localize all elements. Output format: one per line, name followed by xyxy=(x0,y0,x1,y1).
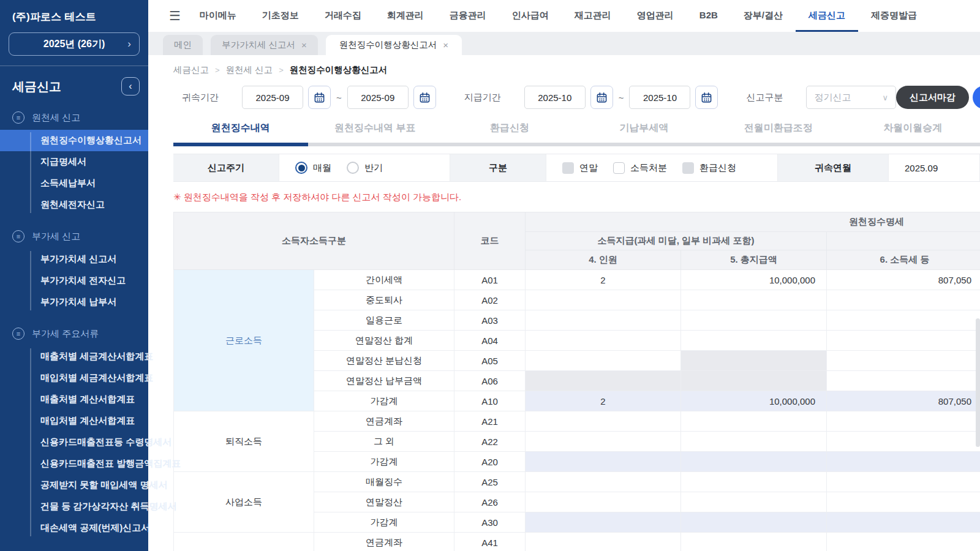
subtab-withholding-annex[interactable]: 원천징수내역 부표 xyxy=(308,122,443,143)
nav-certificates[interactable]: 제증명발급 xyxy=(858,0,930,32)
tab-main[interactable]: 메인 xyxy=(163,35,203,55)
cell-tax[interactable] xyxy=(827,533,980,551)
calendar-icon[interactable] xyxy=(590,86,613,109)
subtab-next-month-carryover[interactable]: 차월이월승계 xyxy=(846,122,980,143)
cell-total[interactable] xyxy=(681,290,827,310)
checkbox-yearend[interactable] xyxy=(562,162,574,174)
cell-total[interactable] xyxy=(681,492,827,512)
sidebar-item-income-tax-payment[interactable]: 소득세납부서 xyxy=(0,173,148,194)
sidebar-item-nondeductible-vat[interactable]: 공제받지 못할 매입세액 명세서 xyxy=(0,474,148,496)
cell-tax[interactable] xyxy=(827,472,980,492)
sidebar-section-title[interactable]: ≡ 부가세 신고 xyxy=(0,230,148,242)
sidebar-item-purchase-invoice[interactable]: 매입처별 계산서합계표 xyxy=(0,410,148,432)
cell-total[interactable] xyxy=(681,310,827,331)
nav-transaction-collect[interactable]: 거래수집 xyxy=(312,0,374,32)
cell-persons[interactable] xyxy=(526,290,681,310)
breadcrumb-item[interactable]: 원천세 신고 xyxy=(226,64,273,76)
cell-tax[interactable] xyxy=(827,290,980,310)
cell-persons[interactable] xyxy=(526,310,681,331)
radio-monthly-label[interactable]: 매월 xyxy=(313,162,331,174)
checkbox-yearend-label[interactable]: 연말 xyxy=(579,162,598,174)
nav-inventory[interactable]: 재고관리 xyxy=(562,0,624,32)
cell-tax[interactable] xyxy=(827,492,980,512)
cell-persons[interactable] xyxy=(526,472,681,492)
cell-tax[interactable] xyxy=(827,310,980,331)
cell-total[interactable]: 10,000,000 xyxy=(681,270,827,290)
close-icon[interactable]: × xyxy=(443,40,448,50)
breadcrumb-item[interactable]: 세금신고 xyxy=(173,64,209,76)
sidebar-item-vat-report[interactable]: 부가가치세 신고서 xyxy=(0,249,148,270)
nav-my-menu[interactable]: 마이메뉴 xyxy=(187,0,249,32)
cell-tax[interactable] xyxy=(827,411,980,432)
fiscal-year-selector[interactable]: 2025년 (26기) › xyxy=(9,32,140,56)
nav-ledger-closing[interactable]: 장부/결산 xyxy=(731,0,796,32)
cell-total[interactable] xyxy=(681,432,827,452)
subtab-withholding-detail[interactable]: 원천징수내역 xyxy=(173,122,308,143)
tab-vat-report[interactable]: 부가가치세 신고서 × xyxy=(211,35,318,55)
cell-tax[interactable]: 807,050 xyxy=(827,270,980,290)
cell-persons[interactable] xyxy=(526,351,681,371)
radio-monthly[interactable] xyxy=(295,162,307,174)
sidebar-item-purchase-tax-invoice[interactable]: 매입처별 세금계산서합계표 xyxy=(0,367,148,389)
cell-persons[interactable] xyxy=(526,331,681,351)
sidebar-section-title[interactable]: ≡ 부가세 주요서류 xyxy=(0,328,148,340)
subtab-prepaid-tax[interactable]: 기납부세액 xyxy=(577,122,712,143)
payment-from-input[interactable] xyxy=(524,86,586,109)
payment-to-input[interactable] xyxy=(629,86,690,109)
calendar-icon[interactable] xyxy=(695,86,718,109)
sidebar-section-title[interactable]: ≡ 원천세 신고 xyxy=(0,111,148,124)
cell-persons[interactable]: 2 xyxy=(526,270,681,290)
vertical-scrollbar-thumb[interactable] xyxy=(976,318,980,447)
cell-persons[interactable] xyxy=(526,533,681,551)
attribution-from-input[interactable] xyxy=(242,86,303,109)
cell-tax[interactable] xyxy=(827,351,980,371)
nav-tax-filing[interactable]: 세금신고 xyxy=(796,0,858,32)
radio-halfyear[interactable] xyxy=(347,162,359,174)
sidebar-item-withholding-report[interactable]: 원천징수이행상황신고서 xyxy=(0,130,148,151)
cell-persons[interactable] xyxy=(526,432,681,452)
cell-total[interactable] xyxy=(681,472,827,492)
sidebar-item-payment-statement[interactable]: 지급명세서 xyxy=(0,151,148,173)
subtab-refund-request[interactable]: 환급신청 xyxy=(442,122,577,143)
floating-action-button[interactable] xyxy=(973,86,980,109)
menu-icon[interactable]: ☰ xyxy=(169,9,181,23)
cell-tax[interactable] xyxy=(827,432,980,452)
sidebar-item-bad-debt-deduction[interactable]: 대손세액 공제(번제)신고서 xyxy=(0,517,148,539)
calendar-icon[interactable] xyxy=(413,86,436,109)
tab-withholding-report[interactable]: 원천징수이행상황신고서 × xyxy=(326,35,462,55)
header-code: 코드 xyxy=(454,212,526,270)
checkbox-income-disposal-label[interactable]: 소득처분 xyxy=(630,162,667,174)
sidebar-item-card-issue-total[interactable]: 신용카드매출전표 발행금액집계표 xyxy=(0,453,148,474)
attribution-to-input[interactable] xyxy=(347,86,409,109)
sidebar-item-vat-payment[interactable]: 부가가치세 납부서 xyxy=(0,291,148,313)
nav-b2b[interactable]: B2B xyxy=(687,0,731,32)
report-type-select[interactable]: 정기신고 ∨ xyxy=(806,86,896,109)
calendar-icon[interactable] xyxy=(308,86,331,109)
cell-total[interactable] xyxy=(681,533,827,551)
checkbox-refund-request-label[interactable]: 환급신청 xyxy=(699,162,736,174)
cell-total[interactable] xyxy=(681,411,827,432)
nav-hr-payroll[interactable]: 인사급여 xyxy=(499,0,562,32)
sidebar-collapse-button[interactable]: ‹ xyxy=(121,77,140,96)
close-report-button[interactable]: 신고서마감 xyxy=(896,86,969,109)
nav-finance[interactable]: 금융관리 xyxy=(437,0,499,32)
cell-tax[interactable] xyxy=(827,331,980,351)
checkbox-income-disposal[interactable] xyxy=(613,162,625,174)
subtab-prev-month-adjust[interactable]: 전월미환급조정 xyxy=(711,122,846,143)
close-icon[interactable]: × xyxy=(301,40,307,50)
sidebar-item-sales-invoice[interactable]: 매출처별 계산서합계표 xyxy=(0,389,148,410)
cell-persons[interactable] xyxy=(526,492,681,512)
sidebar-item-withholding-efiling[interactable]: 원천세전자신고 xyxy=(0,194,148,216)
checkbox-refund-request[interactable] xyxy=(682,162,694,174)
radio-halfyear-label[interactable]: 반기 xyxy=(364,162,383,174)
sidebar-item-vat-efiling[interactable]: 부가가치세 전자신고 xyxy=(0,270,148,291)
cell-total[interactable] xyxy=(681,331,827,351)
cell-persons[interactable] xyxy=(526,411,681,432)
nav-basic-info[interactable]: 기초정보 xyxy=(249,0,312,32)
nav-accounting[interactable]: 회계관리 xyxy=(374,0,437,32)
nav-sales[interactable]: 영업관리 xyxy=(624,0,687,32)
cell-tax[interactable] xyxy=(827,371,980,391)
sidebar-item-depreciable-asset[interactable]: 건물 등 감가상각자산 취득명세서 xyxy=(0,496,148,517)
sidebar-item-sales-tax-invoice[interactable]: 매출처별 세금계산서합계표 xyxy=(0,346,148,367)
sidebar-item-card-receipt-statement[interactable]: 신용카드매출전표등 수령명세서 xyxy=(0,432,148,453)
